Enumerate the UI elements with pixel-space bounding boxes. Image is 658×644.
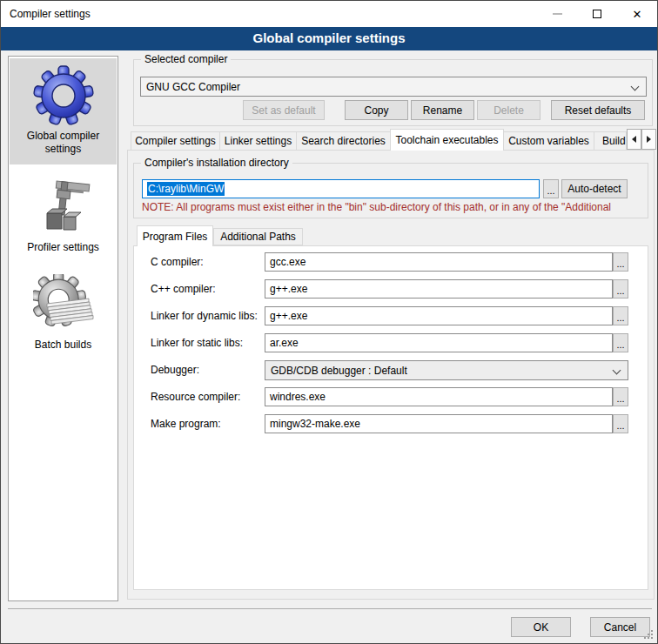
subtab-additional-paths[interactable]: Additional Paths — [213, 228, 303, 245]
compiler-settings-window: Compiler settings ✕ Global compiler sett… — [0, 0, 658, 644]
c-compiler-input[interactable]: gcc.exe — [265, 252, 613, 272]
chevron-down-icon — [613, 366, 621, 375]
dynamic-linker-label: Linker for dynamic libs: — [151, 310, 258, 322]
resource-compiler-browse-button[interactable]: ... — [613, 387, 628, 406]
dynamic-linker-input[interactable]: g++.exe — [265, 306, 613, 325]
close-icon: ✕ — [633, 9, 642, 20]
installation-directory-value: C:\raylib\MinGW — [147, 182, 225, 196]
rename-button[interactable]: Rename — [411, 100, 474, 120]
static-linker-label: Linker for static libs: — [151, 337, 243, 349]
close-button[interactable]: ✕ — [617, 1, 657, 27]
resize-grip[interactable] — [651, 637, 653, 639]
copy-button[interactable]: Copy — [345, 100, 408, 120]
c-compiler-value: gcc.exe — [270, 256, 306, 268]
debugger-label: Debugger: — [151, 364, 199, 376]
delete-button: Delete — [477, 100, 540, 120]
cpp-compiler-browse-button[interactable]: ... — [613, 279, 628, 299]
maximize-button[interactable] — [577, 1, 617, 27]
window-title: Compiler settings — [1, 8, 91, 20]
make-program-label: Make program: — [151, 418, 221, 430]
tab-build-options[interactable]: Build options — [594, 131, 627, 151]
arrow-right-icon — [647, 136, 651, 143]
settings-category-list: Global compiler settings Profiler settin… — [8, 56, 118, 601]
c-compiler-label: C compiler: — [151, 256, 204, 268]
cpp-compiler-value: g++.exe — [270, 283, 307, 295]
chevron-down-icon — [631, 83, 640, 91]
selected-compiler-dropdown[interactable]: GNU GCC Compiler — [140, 77, 647, 97]
tab-linker-settings[interactable]: Linker settings — [219, 131, 297, 151]
tab-custom-variables[interactable]: Custom variables — [503, 131, 594, 151]
static-linker-input[interactable]: ar.exe — [265, 333, 613, 352]
note-text: NOTE: All programs must exist either in … — [142, 201, 645, 213]
sidebar-item-label: Batch builds — [10, 339, 117, 352]
resource-compiler-value: windres.exe — [270, 391, 326, 403]
selected-compiler-group-label: Selected compiler — [141, 53, 231, 65]
titlebar-buttons: ✕ — [537, 1, 657, 27]
blue-gear-icon — [33, 65, 94, 126]
installation-directory-group-label: Compiler's installation directory — [141, 157, 292, 169]
arrow-left-icon — [632, 136, 636, 143]
static-linker-value: ar.exe — [270, 337, 299, 349]
make-program-value: mingw32-make.exe — [270, 418, 360, 430]
tab-toolchain-executables[interactable]: Toolchain executables — [390, 129, 504, 151]
cpp-compiler-input[interactable]: g++.exe — [265, 279, 613, 299]
selected-compiler-value: GNU GCC Compiler — [146, 81, 240, 93]
tab-scroll-right-button[interactable] — [641, 129, 656, 150]
auto-detect-button[interactable]: Auto-detect — [561, 179, 628, 198]
titlebar: Compiler settings ✕ — [1, 1, 657, 27]
cpp-compiler-label: C++ compiler: — [151, 283, 216, 295]
ok-button[interactable]: OK — [511, 617, 571, 637]
sidebar-item-label: Global compiler settings — [10, 130, 117, 156]
directory-browse-button[interactable]: ... — [543, 179, 559, 198]
sidebar-item-global-compiler-settings[interactable]: Global compiler settings — [10, 58, 117, 164]
debugger-value: GDB/CDB debugger : Default — [271, 365, 407, 377]
sidebar-item-label: Profiler settings — [10, 241, 117, 254]
footer-divider — [8, 608, 652, 609]
debugger-dropdown[interactable]: GDB/CDB debugger : Default — [265, 360, 628, 380]
gray-gear-stack-icon — [33, 274, 94, 335]
dynamic-linker-browse-button[interactable]: ... — [613, 306, 628, 325]
c-compiler-browse-button[interactable]: ... — [613, 252, 628, 272]
dynamic-linker-value: g++.exe — [270, 310, 307, 322]
caliper-icon — [33, 177, 94, 238]
subtab-program-files[interactable]: Program Files — [137, 225, 213, 246]
maximize-icon — [593, 10, 601, 18]
installation-directory-input[interactable]: C:\raylib\MinGW — [142, 179, 540, 198]
resource-compiler-label: Resource compiler: — [151, 391, 240, 403]
set-as-default-button: Set as default — [243, 100, 325, 120]
tab-scroll-left-button[interactable] — [627, 129, 641, 150]
make-program-browse-button[interactable]: ... — [613, 414, 628, 433]
minimize-icon — [553, 13, 562, 15]
static-linker-browse-button[interactable]: ... — [613, 333, 628, 352]
cancel-button[interactable]: Cancel — [590, 617, 650, 637]
dialog-header: Global compiler settings — [1, 27, 657, 50]
sidebar-item-batch-builds[interactable]: Batch builds — [10, 267, 117, 370]
sidebar-item-profiler-settings[interactable]: Profiler settings — [10, 170, 117, 262]
tab-compiler-settings[interactable]: Compiler settings — [131, 131, 220, 151]
make-program-input[interactable]: mingw32-make.exe — [265, 414, 613, 433]
resource-compiler-input[interactable]: windres.exe — [265, 387, 613, 406]
minimize-button — [537, 1, 577, 27]
tab-search-directories[interactable]: Search directories — [296, 131, 391, 151]
reset-defaults-button[interactable]: Reset defaults — [551, 100, 645, 120]
